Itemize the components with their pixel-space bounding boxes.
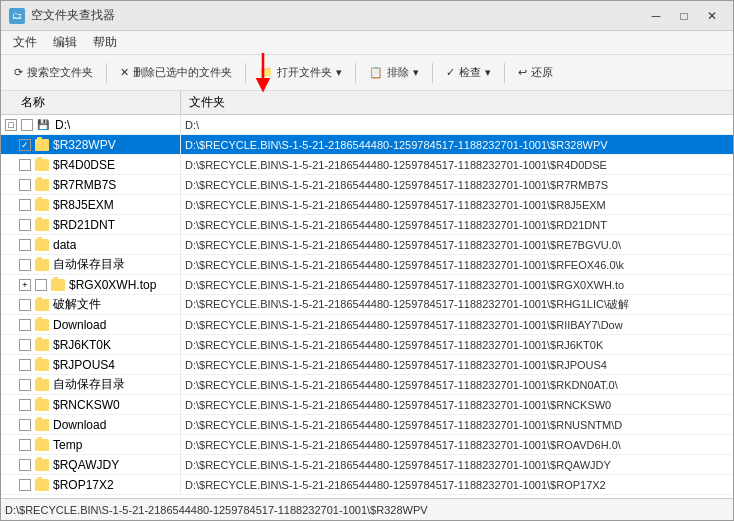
title-bar: 🗂 空文件夹查找器 ─ □ ✕	[1, 1, 733, 31]
toolbar: ⟳ 搜索空文件夹 ✕ 删除已选中的文件夹 📁 打开文件夹 ▾ 📋 排除 ▾ ✓ …	[1, 55, 733, 91]
row-checkbox[interactable]	[21, 119, 33, 131]
row-checkbox[interactable]: ✓	[19, 139, 31, 151]
table-row[interactable]: TempD:\$RECYCLE.BIN\S-1-5-21-2186544480-…	[1, 435, 733, 455]
row-name: $R328WPV	[53, 138, 116, 152]
row-checkbox[interactable]	[19, 319, 31, 331]
status-text: D:\$RECYCLE.BIN\S-1-5-21-2186544480-1259…	[5, 504, 428, 516]
toolbar-separator-5	[504, 63, 505, 83]
row-folder: D:\$RECYCLE.BIN\S-1-5-21-2186544480-1259…	[181, 475, 733, 494]
table-row[interactable]: DownloadD:\$RECYCLE.BIN\S-1-5-21-2186544…	[1, 415, 733, 435]
check-icon: ✓	[446, 66, 455, 79]
row-checkbox[interactable]	[19, 359, 31, 371]
row-name: 自动保存目录	[53, 376, 125, 393]
row-folder: D:\$RECYCLE.BIN\S-1-5-21-2186544480-1259…	[181, 355, 733, 374]
exclude-button[interactable]: 📋 排除 ▾	[360, 59, 428, 87]
row-checkbox[interactable]	[19, 159, 31, 171]
open-folder-button[interactable]: 📁 打开文件夹 ▾	[250, 59, 351, 87]
row-name: $RJPOUS4	[53, 358, 115, 372]
table-row[interactable]: $RJ6KT0KD:\$RECYCLE.BIN\S-1-5-21-2186544…	[1, 335, 733, 355]
drive-icon: 💾	[37, 119, 51, 131]
row-checkbox[interactable]	[19, 339, 31, 351]
table-row[interactable]: $RD21DNTD:\$RECYCLE.BIN\S-1-5-21-2186544…	[1, 215, 733, 235]
table-row[interactable]: $ROP17X2D:\$RECYCLE.BIN\S-1-5-21-2186544…	[1, 475, 733, 495]
folder-icon	[35, 419, 49, 431]
row-name: Download	[53, 318, 106, 332]
row-checkbox[interactable]	[19, 399, 31, 411]
folder-icon	[51, 279, 65, 291]
table-row[interactable]: 自动保存目录D:\$RECYCLE.BIN\S-1-5-21-218654448…	[1, 375, 733, 395]
table-row[interactable]: dataD:\$RECYCLE.BIN\S-1-5-21-2186544480-…	[1, 235, 733, 255]
table-row[interactable]: $RNCKSW0D:\$RECYCLE.BIN\S-1-5-21-2186544…	[1, 395, 733, 415]
table-row[interactable]: 自动保存目录D:\$RECYCLE.BIN\S-1-5-21-218654448…	[1, 255, 733, 275]
col-header-folder[interactable]: 文件夹	[181, 91, 733, 114]
table-row[interactable]: $R7RMB7SD:\$RECYCLE.BIN\S-1-5-21-2186544…	[1, 175, 733, 195]
open-label: 打开文件夹	[277, 65, 332, 80]
table-body[interactable]: □💾D:\D:\✓$R328WPVD:\$RECYCLE.BIN\S-1-5-2…	[1, 115, 733, 498]
col-header-name[interactable]: 名称	[1, 91, 181, 114]
row-folder: D:\$RECYCLE.BIN\S-1-5-21-2186544480-1259…	[181, 175, 733, 194]
toolbar-separator-3	[355, 63, 356, 83]
row-folder: D:\$RECYCLE.BIN\S-1-5-21-2186544480-1259…	[181, 435, 733, 454]
folder-icon	[35, 199, 49, 211]
row-checkbox[interactable]	[19, 379, 31, 391]
row-checkbox[interactable]	[19, 199, 31, 211]
window-title: 空文件夹查找器	[31, 7, 643, 24]
check-dropdown-icon: ▾	[485, 66, 491, 79]
row-checkbox[interactable]	[19, 299, 31, 311]
row-checkbox[interactable]	[35, 279, 47, 291]
row-checkbox[interactable]	[19, 459, 31, 471]
check-button[interactable]: ✓ 检查 ▾	[437, 59, 500, 87]
row-checkbox[interactable]	[19, 419, 31, 431]
row-name: data	[53, 238, 76, 252]
row-checkbox[interactable]	[19, 179, 31, 191]
row-name: $RNCKSW0	[53, 398, 120, 412]
folder-icon	[35, 319, 49, 331]
row-checkbox[interactable]	[19, 259, 31, 271]
row-folder: D:\	[181, 115, 733, 134]
menu-edit[interactable]: 编辑	[45, 31, 85, 54]
row-name: Download	[53, 418, 106, 432]
close-button[interactable]: ✕	[699, 5, 725, 27]
row-name: $ROP17X2	[53, 478, 114, 492]
row-name: $RJ6KT0K	[53, 338, 111, 352]
folder-icon	[35, 359, 49, 371]
table-row[interactable]: $RJPOUS4D:\$RECYCLE.BIN\S-1-5-21-2186544…	[1, 355, 733, 375]
table-row[interactable]: □💾D:\D:\	[1, 115, 733, 135]
row-checkbox[interactable]	[19, 479, 31, 491]
table-row[interactable]: $RQAWJDYD:\$RECYCLE.BIN\S-1-5-21-2186544…	[1, 455, 733, 475]
folder-icon	[35, 459, 49, 471]
row-folder: D:\$RECYCLE.BIN\S-1-5-21-2186544480-1259…	[181, 135, 733, 154]
menu-bar: 文件 编辑 帮助	[1, 31, 733, 55]
restore-icon: ↩	[518, 66, 527, 79]
tree-expand[interactable]: +	[19, 279, 31, 291]
row-folder: D:\$RECYCLE.BIN\S-1-5-21-2186544480-1259…	[181, 155, 733, 174]
row-folder: D:\$RECYCLE.BIN\S-1-5-21-2186544480-1259…	[181, 195, 733, 214]
search-icon: ⟳	[14, 66, 23, 79]
minimize-button[interactable]: ─	[643, 5, 669, 27]
row-name: 破解文件	[53, 296, 101, 313]
table-row[interactable]: ✓$R328WPVD:\$RECYCLE.BIN\S-1-5-21-218654…	[1, 135, 733, 155]
open-icon: 📁	[259, 66, 273, 79]
table-row[interactable]: DownloadD:\$RECYCLE.BIN\S-1-5-21-2186544…	[1, 315, 733, 335]
row-checkbox[interactable]	[19, 439, 31, 451]
table-row[interactable]: $R8J5EXMD:\$RECYCLE.BIN\S-1-5-21-2186544…	[1, 195, 733, 215]
row-folder: D:\$RECYCLE.BIN\S-1-5-21-2186544480-1259…	[181, 315, 733, 334]
delete-button[interactable]: ✕ 删除已选中的文件夹	[111, 59, 241, 87]
row-name: $R7RMB7S	[53, 178, 116, 192]
menu-help[interactable]: 帮助	[85, 31, 125, 54]
folder-icon	[35, 399, 49, 411]
tree-collapse[interactable]: □	[5, 119, 17, 131]
maximize-button[interactable]: □	[671, 5, 697, 27]
app-icon: 🗂	[9, 8, 25, 24]
toolbar-separator-2	[245, 63, 246, 83]
row-checkbox[interactable]	[19, 239, 31, 251]
table-row[interactable]: +$RGX0XWH.topD:\$RECYCLE.BIN\S-1-5-21-21…	[1, 275, 733, 295]
row-checkbox[interactable]	[19, 219, 31, 231]
table-row[interactable]: 破解文件D:\$RECYCLE.BIN\S-1-5-21-2186544480-…	[1, 295, 733, 315]
row-folder: D:\$RECYCLE.BIN\S-1-5-21-2186544480-1259…	[181, 335, 733, 354]
restore-button[interactable]: ↩ 还原	[509, 59, 562, 87]
menu-file[interactable]: 文件	[5, 31, 45, 54]
check-label: 检查	[459, 65, 481, 80]
search-folder-button[interactable]: ⟳ 搜索空文件夹	[5, 59, 102, 87]
table-row[interactable]: $R4D0DSED:\$RECYCLE.BIN\S-1-5-21-2186544…	[1, 155, 733, 175]
